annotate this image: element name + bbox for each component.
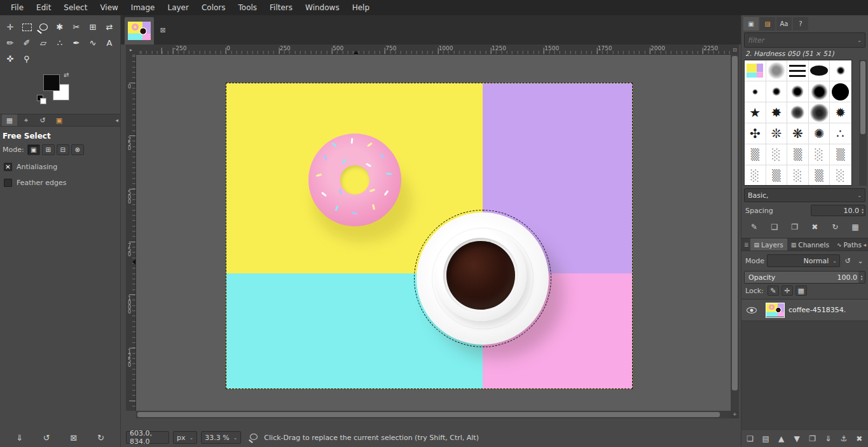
color-picker-tool[interactable]: ✜ <box>2 51 18 67</box>
close-tab-icon[interactable]: ⊠ <box>158 25 168 35</box>
edit-brush-button[interactable]: ✎ <box>747 221 762 233</box>
brush-swatch[interactable] <box>766 81 788 102</box>
brush-swatch[interactable]: ░ <box>830 165 851 186</box>
brush-swatch[interactable] <box>809 81 830 102</box>
zoom-select[interactable]: 33.3 % ⌄ <box>201 431 241 444</box>
refresh-brushes-button[interactable]: ↻ <box>827 221 843 233</box>
undo-history-tab[interactable]: ↺ <box>35 114 50 126</box>
menu-item[interactable]: Filters <box>264 0 298 15</box>
rectangle-select-tool[interactable] <box>18 19 35 35</box>
menu-item[interactable]: Windows <box>300 0 345 15</box>
merge-down-button[interactable]: ⇓ <box>821 432 835 445</box>
device-status-tab[interactable]: ⌖ <box>18 114 34 126</box>
move-tool[interactable]: ✛ <box>2 19 18 35</box>
brush-swatch[interactable] <box>809 60 830 81</box>
smudge-tool[interactable]: ∿ <box>85 35 101 51</box>
menu-item[interactable]: View <box>94 0 123 15</box>
mode-switch-button[interactable]: ↺ <box>843 255 853 266</box>
menu-item[interactable]: File <box>5 0 29 15</box>
dock-menu-button[interactable]: ◂ <box>115 114 118 126</box>
crop-tool[interactable]: ✂ <box>68 19 85 35</box>
brush-grid-scrollbar[interactable] <box>859 60 867 186</box>
brushes-tab[interactable]: ▣ <box>743 17 759 31</box>
brush-swatch[interactable]: ▒ <box>809 165 830 186</box>
foreground-color-swatch[interactable] <box>43 74 60 91</box>
brush-swatch[interactable]: ░ <box>787 165 809 186</box>
unit-select[interactable]: px ⌄ <box>173 431 197 444</box>
opacity-slider[interactable]: Opacity 100.0 ▴▾ <box>744 271 865 284</box>
mode-intersect-button[interactable]: ⊗ <box>71 144 84 155</box>
brush-scrollbar-thumb[interactable] <box>860 61 865 134</box>
tab-channels[interactable]: ▥ Channels <box>787 238 833 251</box>
opacity-spinner[interactable]: ▴▾ <box>858 272 865 283</box>
layer-visibility-eye-icon[interactable] <box>747 307 757 313</box>
lower-layer-button[interactable]: ▼ <box>790 432 804 445</box>
brush-swatch[interactable] <box>766 60 788 81</box>
brush-swatch[interactable]: ▒ <box>787 144 809 165</box>
spinner-arrows-icon[interactable]: ▴▾ <box>862 207 864 214</box>
brush-swatch[interactable]: ▒ <box>766 165 788 186</box>
zoom-tool[interactable]: ⚲ <box>18 51 35 67</box>
brush-swatch[interactable]: ░ <box>766 144 788 165</box>
mode-add-button[interactable]: ⊞ <box>42 144 55 155</box>
brush-swatch[interactable]: ✣ <box>745 123 766 144</box>
delete-brush-button[interactable]: ✖ <box>807 221 822 233</box>
anchor-layer-button[interactable]: ⚓ <box>837 432 851 445</box>
layer-name[interactable]: coffee-4518354. <box>789 306 846 314</box>
brush-tag-select[interactable]: Basic, ⌄ <box>744 188 865 202</box>
eraser-tool[interactable]: ▱ <box>35 35 52 51</box>
paintbrush-tool[interactable]: ✐ <box>18 35 35 51</box>
restore-tool-preset-button[interactable]: ↺ <box>39 430 54 444</box>
brush-swatch[interactable]: ∴ <box>830 123 851 144</box>
brush-swatch[interactable] <box>787 81 809 102</box>
brush-swatch[interactable]: ❋ <box>787 123 809 144</box>
dock-menu-button[interactable]: ◂ <box>863 238 866 251</box>
brush-swatch[interactable] <box>787 60 809 81</box>
spacing-spinner[interactable]: 10.0 ▴▾ <box>811 205 865 216</box>
feather-edges-checkbox[interactable] <box>4 179 12 187</box>
brush-swatch[interactable]: ★ <box>745 102 766 123</box>
unified-transform-tool[interactable]: ⊞ <box>85 19 101 35</box>
brush-swatch[interactable] <box>745 60 766 81</box>
brush-swatch[interactable]: ❊ <box>766 123 788 144</box>
free-select-tool[interactable] <box>35 19 52 35</box>
menu-item[interactable]: Select <box>58 0 93 15</box>
brush-swatch[interactable] <box>830 60 851 81</box>
brush-swatch[interactable] <box>787 102 809 123</box>
tool-options-tab[interactable]: ▦ <box>2 114 17 126</box>
airbrush-tool[interactable]: ∴ <box>52 35 68 51</box>
save-tool-preset-button[interactable]: ⇓ <box>12 430 27 444</box>
brush-swatch[interactable]: ✹ <box>830 102 851 123</box>
menu-item[interactable]: Colors <box>196 0 231 15</box>
tab-layers[interactable]: ▤ Layers <box>750 238 787 251</box>
layer-mode-select[interactable]: Normal ⌄ <box>767 254 840 267</box>
mode-subtract-button[interactable]: ⊟ <box>57 144 69 155</box>
raise-layer-button[interactable]: ▲ <box>775 432 789 445</box>
zoom-follow-window-button[interactable]: ⊡ <box>731 45 739 55</box>
vertical-ruler[interactable]: 025050075010001250 <box>126 55 136 411</box>
horizontal-scrollbar-thumb[interactable] <box>137 412 720 417</box>
brush-swatch[interactable]: ✸ <box>766 102 788 123</box>
layer-thumbnail[interactable] <box>766 303 785 318</box>
brush-swatch[interactable]: ░ <box>745 165 766 186</box>
delete-tool-preset-button[interactable]: ⊠ <box>66 430 81 444</box>
navigation-button[interactable]: ✛ <box>731 411 739 418</box>
horizontal-ruler[interactable]: -2500250500750100012501500175020002250 <box>136 45 731 55</box>
menu-item[interactable]: Help <box>347 0 375 15</box>
reset-tool-options-button[interactable]: ↻ <box>93 430 108 444</box>
chevron-down-icon[interactable]: ⌄ <box>857 38 862 43</box>
document-history-tab[interactable]: ? <box>793 17 808 31</box>
menu-item[interactable]: Layer <box>162 0 194 15</box>
new-layer-group-button[interactable]: ▤ <box>759 432 773 445</box>
lock-position-button[interactable]: ✛ <box>782 285 793 296</box>
canvas-viewport[interactable] <box>136 55 731 411</box>
ink-tool[interactable]: ✒ <box>68 35 85 51</box>
patterns-tab[interactable]: ▨ <box>760 17 775 31</box>
fuzzy-select-tool[interactable]: ✱ <box>52 19 68 35</box>
flip-tool[interactable]: ⇄ <box>101 19 118 35</box>
ruler-menu-button[interactable]: ▸ <box>126 45 136 55</box>
layer-row[interactable]: coffee-4518354. <box>741 299 868 321</box>
brush-swatch[interactable] <box>809 102 830 123</box>
horizontal-scrollbar[interactable] <box>136 411 731 418</box>
menu-item[interactable]: Image <box>125 0 161 15</box>
